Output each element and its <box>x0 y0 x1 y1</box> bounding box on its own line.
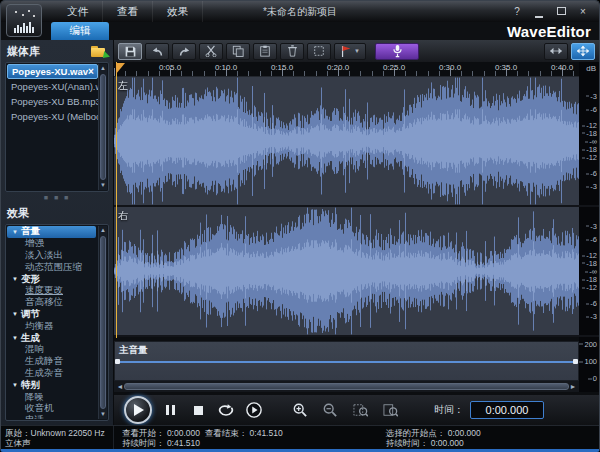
title-bar: 文件查看效果 *未命名的新项目 ? × <box>1 1 599 22</box>
effect-item-淡入淡出[interactable]: 淡入淡出 <box>7 250 98 262</box>
copy-button[interactable] <box>226 43 250 60</box>
stop-button[interactable] <box>188 400 208 420</box>
import-media-icon[interactable] <box>91 46 107 57</box>
effect-item-电话[interactable]: 电话 <box>7 415 98 419</box>
view-end-value: 0:41.510 <box>250 428 283 438</box>
scroll-up-icon[interactable]: ▲ <box>99 226 107 235</box>
minimize-button[interactable] <box>533 6 545 18</box>
effect-item-动态范围压缩[interactable]: 动态范围压缩 <box>7 261 98 273</box>
hscrollbar-thumb[interactable] <box>124 383 569 390</box>
collapse-icon[interactable]: ▼ <box>12 276 18 282</box>
effect-item-音高移位[interactable]: 音高移位 <box>7 297 98 309</box>
scroll-right-icon[interactable]: ► <box>569 383 577 390</box>
marker-button[interactable]: ▼ <box>334 43 366 60</box>
effects-section-特别[interactable]: ▼特别 <box>7 379 98 391</box>
effects-scrollbar[interactable]: ▲ ▼ <box>98 226 107 419</box>
remove-media-icon[interactable]: × <box>88 66 94 77</box>
left-channel-wave[interactable]: 左 <box>114 77 579 205</box>
collapse-icon[interactable]: ▼ <box>12 311 18 317</box>
effect-item-速度更改[interactable]: 速度更改 <box>7 285 98 297</box>
undo-button[interactable] <box>145 43 169 60</box>
media-library-title: 媒体库 <box>7 44 40 59</box>
collapse-icon[interactable]: ▼ <box>12 335 18 341</box>
collapse-icon[interactable]: ▼ <box>12 382 18 388</box>
effects-panel: ▼音量增强淡入淡出动态范围压缩▼变形速度更改音高移位▼调节均衡器▼生成混响生成静… <box>5 224 109 421</box>
scroll-left-icon[interactable]: ◄ <box>116 383 124 390</box>
horizontal-scrollbar[interactable]: ◄ ► <box>114 381 579 392</box>
media-item[interactable]: Popeyes-XU (Melboorn... <box>7 109 98 124</box>
menu-item-查看[interactable]: 查看 <box>103 1 153 22</box>
loop-button[interactable] <box>216 400 236 420</box>
record-button[interactable] <box>375 43 419 60</box>
cut-button[interactable] <box>199 43 223 60</box>
left-waveform-canvas[interactable] <box>114 77 579 205</box>
menu-item-文件[interactable]: 文件 <box>53 1 103 22</box>
timeline-ruler[interactable]: 0:05.00:10.00:15.00:20.00:25.00:30.00:35… <box>114 62 579 77</box>
envelope-handle[interactable] <box>115 359 120 364</box>
scrollbar-thumb[interactable] <box>100 236 106 409</box>
envelope-handle[interactable] <box>573 359 578 364</box>
effect-item-生成杂音[interactable]: 生成杂音 <box>7 368 98 380</box>
right-waveform-canvas[interactable] <box>114 207 579 335</box>
playhead-line[interactable] <box>116 62 117 338</box>
help-button[interactable]: ? <box>511 6 523 18</box>
zoom-fit-button[interactable] <box>380 400 400 420</box>
fit-horizontal-button[interactable] <box>544 43 568 60</box>
scroll-down-icon[interactable]: ▼ <box>99 181 107 190</box>
menu-bar: 文件查看效果 <box>53 1 203 22</box>
effects-section-生成[interactable]: ▼生成 <box>7 332 98 344</box>
collapse-icon[interactable]: ▼ <box>12 229 18 235</box>
scrollbar-thumb[interactable] <box>100 74 106 180</box>
paste-button[interactable] <box>253 43 277 60</box>
marker-dropdown-icon[interactable]: ▼ <box>354 48 360 54</box>
db-unit-label: dB <box>586 64 596 73</box>
fit-all-button[interactable] <box>571 43 595 60</box>
master-volume-track[interactable]: 主音量 <box>114 341 579 381</box>
pause-button[interactable] <box>160 400 180 420</box>
sidebar-splitter[interactable]: ■ ■ ■ <box>1 192 113 202</box>
volume-envelope-line[interactable] <box>117 361 576 363</box>
right-channel-wave[interactable]: 右 <box>114 207 579 335</box>
tab-edit[interactable]: 编辑 <box>51 22 109 40</box>
file-info: 原始：Unknown 22050 Hz 立体声 <box>1 426 114 449</box>
scroll-up-icon[interactable]: ▲ <box>99 64 107 73</box>
media-list-scrollbar[interactable]: ▲ ▼ <box>98 64 107 190</box>
view-duration-value: 0:41.510 <box>167 438 200 448</box>
redo-button[interactable] <box>172 43 196 60</box>
zoom-selection-button[interactable] <box>350 400 370 420</box>
master-volume-row: 主音量 2001000 <box>114 341 599 381</box>
db-scale-header: dB <box>579 62 599 77</box>
db-tick-label: -6 <box>586 169 597 178</box>
media-item[interactable]: Popeyes-XU BB.mp3 <box>7 94 98 109</box>
effect-item-增强[interactable]: 增强 <box>7 238 98 250</box>
db-tick-label: -3 <box>586 91 597 100</box>
playhead-marker-icon[interactable] <box>116 63 125 74</box>
media-item[interactable]: Popeyes-XU(Anan).wav <box>7 79 98 94</box>
scroll-down-icon[interactable]: ▼ <box>99 410 107 419</box>
play-selection-button[interactable] <box>244 400 264 420</box>
play-button[interactable] <box>124 396 152 424</box>
trim-button[interactable] <box>307 43 331 60</box>
horizontal-scroll-row: ◄ ► <box>114 381 599 392</box>
delete-button[interactable] <box>280 43 304 60</box>
media-list: Popeyes-XU.wav×Popeyes-XU(Anan).wavPopey… <box>7 64 98 190</box>
ruler-time-label: 0:40.0 <box>551 63 573 72</box>
effects-section-调节[interactable]: ▼调节 <box>7 309 98 321</box>
menu-item-效果[interactable]: 效果 <box>153 1 203 22</box>
effects-section-音量[interactable]: ▼音量 <box>7 226 96 238</box>
time-value-field[interactable]: 0:00.000 <box>470 401 544 419</box>
effect-item-混响[interactable]: 混响 <box>7 344 98 356</box>
media-item[interactable]: Popeyes-XU.wav× <box>7 64 98 79</box>
zoom-out-button[interactable] <box>320 400 340 420</box>
save-button[interactable] <box>118 43 142 60</box>
maximize-button[interactable] <box>555 6 567 18</box>
effect-item-生成静音[interactable]: 生成静音 <box>7 356 98 368</box>
ruler-time-label: 0:10.0 <box>215 63 237 72</box>
effect-item-均衡器[interactable]: 均衡器 <box>7 320 98 332</box>
effect-item-收音机[interactable]: 收音机 <box>7 403 98 415</box>
effects-section-变形[interactable]: ▼变形 <box>7 273 98 285</box>
right-channel-row: 右 -3-6-12-18-∞-18-12-6-3 <box>114 207 599 337</box>
close-button[interactable]: × <box>577 6 589 18</box>
effect-item-降噪[interactable]: 降噪 <box>7 391 98 403</box>
zoom-in-button[interactable] <box>290 400 310 420</box>
